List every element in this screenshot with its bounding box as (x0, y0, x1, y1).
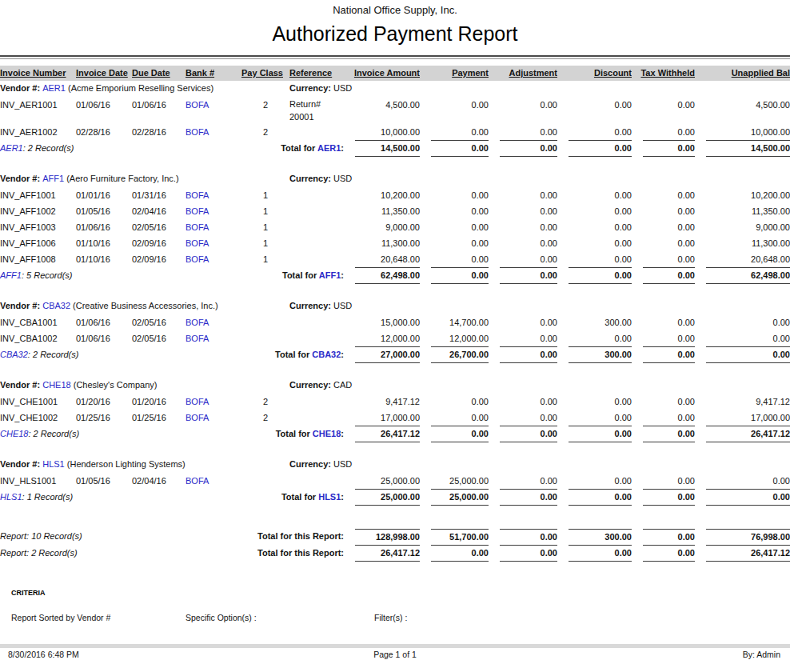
amount-value: 0.00 (500, 268, 557, 284)
vendor-code-link[interactable]: HLS1 (318, 492, 341, 502)
bank-code-link[interactable]: BOFA (186, 413, 209, 422)
amount-value: 0.00 (569, 98, 632, 113)
amount-value: 20,648.00 (706, 252, 790, 268)
vendor-total-label: Total for (282, 270, 319, 280)
amount-cell: 0.00 (420, 394, 489, 410)
vendor-code-link[interactable]: AFF1 (42, 174, 64, 183)
column-header: Tax Withheld (632, 66, 695, 81)
payment-report-table: Invoice NumberInvoice DateDue DateBank #… (0, 66, 790, 562)
vendor-total-row: HLS1: 1 Record(s)Total for HLS1:25,000.0… (0, 490, 790, 506)
vendor-code-link[interactable]: HLS1 (42, 459, 65, 469)
amount-cell: 0.00 (557, 490, 632, 506)
vendor-records-text: : 2 Record(s) (23, 143, 74, 153)
bank-code-link[interactable]: BOFA (186, 254, 209, 264)
bank-code-link[interactable]: BOFA (186, 476, 209, 486)
vendor-code-link[interactable]: CHE18 (0, 429, 28, 438)
amount-value: 0.00 (569, 410, 632, 426)
vendor-code-link[interactable]: CBA32 (0, 350, 28, 359)
vendor-code-link[interactable]: AER1 (317, 143, 341, 153)
amount-value: 0.00 (500, 204, 557, 219)
amount-cell: 0.00 (632, 347, 695, 363)
amount-cell: 14,700.00 (420, 315, 489, 331)
amount-cell: 0.00 (489, 315, 557, 331)
amount-value: 0.00 (431, 252, 489, 268)
bank-code-link[interactable]: BOFA (186, 206, 209, 216)
reference-cell (289, 331, 344, 347)
invoice-number-cell: INV_CBA1001 (0, 315, 76, 331)
bank-code-link[interactable]: BOFA (186, 190, 209, 200)
reference-cell (289, 236, 344, 252)
amount-value: 0.00 (500, 331, 557, 347)
vendor-total-label: Total for (281, 492, 318, 502)
amount-value: 76,998.00 (706, 529, 790, 546)
vendor-code-link[interactable]: AER1 (42, 83, 66, 93)
invoice-date-cell: 01/05/16 (76, 474, 132, 490)
amount-cell: 20,648.00 (695, 252, 790, 268)
currency-value: USD (333, 459, 352, 469)
invoice-date-cell: 01/06/16 (76, 98, 132, 125)
empty-cell (489, 81, 557, 98)
amount-value: 0.00 (706, 490, 790, 506)
report-total-row: Report: 10 Record(s)Total for this Repor… (0, 529, 790, 546)
bank-code-link[interactable]: BOFA (186, 100, 209, 110)
empty-cell (695, 171, 790, 188)
amount-value: 25,000.00 (355, 474, 420, 490)
bank-code-link[interactable]: BOFA (186, 127, 209, 137)
vendor-code-link[interactable]: CHE18 (313, 429, 341, 438)
bank-code-link[interactable]: BOFA (186, 222, 209, 232)
amount-value: 10,200.00 (706, 188, 790, 203)
invoice-date-cell: 01/25/16 (76, 410, 132, 426)
bank-code-link[interactable]: BOFA (186, 318, 209, 327)
vendor-records-text: : 5 Record(s) (22, 270, 73, 280)
due-date-cell: 02/09/16 (132, 252, 186, 268)
amount-cell: 0.00 (695, 315, 790, 331)
amount-value: 0.00 (643, 546, 695, 562)
amount-value: 26,417.12 (355, 426, 420, 442)
currency-cell: Currency: USD (289, 298, 420, 315)
amount-value: 0.00 (431, 410, 489, 426)
vendor-code-link[interactable]: CHE18 (42, 380, 70, 390)
bank-code-link[interactable]: BOFA (186, 397, 209, 406)
pay-class-cell: 1 (241, 236, 289, 252)
bank-code-link[interactable]: BOFA (186, 238, 209, 248)
currency-cell: Currency: USD (289, 457, 420, 474)
amount-value: 300.00 (569, 315, 632, 330)
amount-cell: 0.00 (489, 98, 557, 125)
amount-value: 62,498.00 (706, 268, 790, 284)
vendor-total-label-cell: Total for AFF1: (241, 268, 344, 284)
due-date-cell: 02/28/16 (132, 125, 186, 141)
amount-cell: 0.00 (632, 252, 695, 268)
amount-cell: 0.00 (489, 490, 557, 506)
amount-value: 62,498.00 (355, 268, 420, 284)
amount-value: 12,000.00 (355, 331, 420, 347)
amount-cell: 0.00 (489, 347, 557, 363)
amount-value: 14,700.00 (431, 315, 489, 330)
reference-cell (289, 252, 344, 268)
vendor-code-link[interactable]: AFF1 (319, 270, 341, 280)
spacer-row (0, 442, 790, 457)
invoice-date-cell: 01/06/16 (76, 220, 132, 236)
spacer-cell (0, 284, 790, 298)
amount-value: 300.00 (569, 347, 632, 363)
bank-cell: BOFA (186, 188, 241, 204)
invoice-number-cell: INV_AER1001 (0, 98, 76, 125)
column-header: Bank # (186, 66, 241, 81)
amount-cell: 25,000.00 (344, 474, 420, 490)
vendor-code-link[interactable]: AFF1 (0, 270, 22, 280)
vendor-header-row: Vendor #: AER1 (Acme Emporium Reselling … (0, 81, 790, 98)
amount-cell: 0.00 (632, 426, 695, 442)
vendor-code-link[interactable]: CBA32 (42, 301, 70, 310)
amount-cell: 0.00 (695, 347, 790, 363)
amount-value: 0.00 (431, 98, 489, 113)
amount-value: 0.00 (643, 490, 695, 506)
bank-code-link[interactable]: BOFA (186, 334, 209, 343)
amount-cell: 0.00 (557, 268, 632, 284)
amount-cell: 0.00 (632, 141, 695, 157)
amount-cell: 0.00 (489, 426, 557, 442)
amount-cell: 12,000.00 (344, 331, 420, 347)
amount-cell: 0.00 (557, 236, 632, 252)
vendor-code-link[interactable]: CBA32 (312, 350, 341, 359)
vendor-code-link[interactable]: AER1 (0, 143, 23, 153)
vendor-code-link[interactable]: HLS1 (0, 492, 22, 502)
amount-value: 0.00 (643, 347, 695, 363)
